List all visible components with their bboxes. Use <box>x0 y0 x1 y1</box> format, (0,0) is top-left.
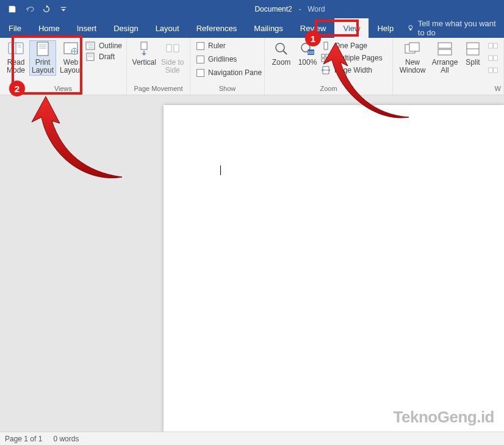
status-bar: Page 1 of 1 0 words <box>0 432 504 445</box>
zoom-100-button[interactable]: 100 100% <box>295 40 320 68</box>
text-cursor <box>220 165 221 175</box>
zoom-100-icon: 100 <box>299 42 316 56</box>
vertical-label: Vertical <box>132 59 156 67</box>
svg-rect-47 <box>494 56 497 60</box>
split-button[interactable]: Split <box>461 40 484 68</box>
split-icon <box>464 42 481 56</box>
tab-layout[interactable]: Layout <box>147 18 188 38</box>
zoom-button[interactable]: Zoom <box>268 40 294 68</box>
split-label: Split <box>466 59 480 67</box>
svg-rect-9 <box>37 42 48 56</box>
tab-design[interactable]: Design <box>105 18 146 38</box>
document-page[interactable] <box>164 105 504 432</box>
arrange-all-button[interactable]: Arrange All <box>430 40 460 76</box>
read-mode-icon <box>7 42 24 56</box>
navigation-pane-checkbox[interactable]: Navigation Pane <box>196 68 262 77</box>
print-layout-label: Print Layout <box>31 59 55 74</box>
print-layout-icon <box>34 42 51 56</box>
arrange-all-label: Arrange All <box>431 59 459 74</box>
zoom-100-label: 100% <box>298 59 317 67</box>
repeat-icon[interactable] <box>41 4 51 14</box>
svg-rect-39 <box>409 43 419 51</box>
one-page-label: One Page <box>334 42 367 50</box>
status-page[interactable]: Page 1 of 1 <box>5 435 42 443</box>
svg-rect-48 <box>489 68 492 73</box>
tell-me-box[interactable]: Tell me what you want to do <box>402 18 504 38</box>
status-words[interactable]: 0 words <box>53 435 79 443</box>
new-window-label: New Window <box>398 59 427 74</box>
side-to-side-button[interactable]: Side to Side <box>159 40 187 76</box>
svg-point-1 <box>409 26 412 29</box>
group-show-label: Show <box>190 85 264 95</box>
outline-icon <box>85 42 95 50</box>
svg-rect-45 <box>494 43 497 48</box>
new-window-icon <box>404 42 421 56</box>
ribbon-tabs: File Home Insert Design Layout Reference… <box>0 18 504 38</box>
tab-review[interactable]: Review <box>292 18 335 38</box>
svg-rect-35 <box>322 59 325 62</box>
document-area <box>0 95 504 432</box>
vertical-icon <box>135 42 153 56</box>
group-page-movement: Vertical Side to Side Page Movement <box>127 38 190 95</box>
lightbulb-icon <box>407 24 414 32</box>
checkbox-icon <box>196 69 204 77</box>
watermark: TeknoGeng.id <box>394 408 494 427</box>
page-width-button[interactable]: Page Width <box>321 66 383 74</box>
tab-references[interactable]: References <box>188 18 245 38</box>
page-width-icon <box>321 66 331 74</box>
view-side-by-side-icon[interactable] <box>488 42 498 50</box>
print-layout-button[interactable]: Print Layout <box>29 40 56 76</box>
qat-customize-icon[interactable] <box>59 4 68 14</box>
gridlines-label: Gridlines <box>208 55 237 63</box>
gridlines-checkbox[interactable]: Gridlines <box>196 55 262 63</box>
svg-rect-34 <box>326 54 329 57</box>
svg-rect-33 <box>322 54 325 57</box>
ruler-checkbox[interactable]: Ruler <box>196 42 262 50</box>
read-mode-button[interactable]: Read Mode <box>4 40 28 76</box>
group-zoom: Zoom 100 100% One Page Multiple Pages Pa… <box>265 38 393 95</box>
group-views: Read Mode Print Layout Web Layout Outlin… <box>0 38 127 95</box>
tab-help[interactable]: Help <box>369 18 402 38</box>
tab-mailings[interactable]: Mailings <box>245 18 292 38</box>
draft-button[interactable]: Draft <box>85 52 122 61</box>
new-window-button[interactable]: New Window <box>397 40 428 76</box>
outline-button[interactable]: Outline <box>85 42 122 50</box>
undo-icon[interactable] <box>24 4 34 14</box>
multiple-pages-label: Multiple Pages <box>334 54 383 62</box>
reset-window-icon[interactable] <box>488 66 498 74</box>
outline-label: Outline <box>99 42 122 50</box>
vertical-button[interactable]: Vertical <box>131 40 158 68</box>
tab-insert[interactable]: Insert <box>68 18 106 38</box>
draft-label: Draft <box>99 52 115 61</box>
svg-rect-46 <box>489 56 492 60</box>
tab-view[interactable]: View <box>334 18 369 38</box>
tell-me-label: Tell me what you want to do <box>418 19 499 37</box>
read-mode-label: Read Mode <box>5 59 27 74</box>
web-layout-button[interactable]: Web Layout <box>57 40 84 76</box>
checkbox-icon <box>196 56 204 63</box>
svg-rect-2 <box>410 29 412 30</box>
group-window-label: W <box>393 85 503 95</box>
group-window: New Window Arrange All Split W <box>393 38 504 95</box>
one-page-icon <box>321 42 331 50</box>
title-separator: - <box>297 5 303 13</box>
side-to-side-label: Side to Side <box>160 59 185 74</box>
svg-rect-41 <box>438 49 452 55</box>
web-layout-label: Web Layout <box>59 59 83 74</box>
ruler-label: Ruler <box>208 42 226 50</box>
side-to-side-icon <box>164 42 181 56</box>
multiple-pages-button[interactable]: Multiple Pages <box>321 54 383 62</box>
group-pagemove-label: Page Movement <box>127 85 190 95</box>
group-show: Ruler Gridlines Navigation Pane Show <box>190 38 265 95</box>
tab-file[interactable]: File <box>0 18 30 38</box>
svg-rect-25 <box>167 45 171 52</box>
sync-scroll-icon[interactable] <box>488 54 498 62</box>
draft-icon <box>85 52 95 61</box>
one-page-button[interactable]: One Page <box>321 42 383 50</box>
group-zoom-label: Zoom <box>265 85 392 95</box>
tab-home[interactable]: Home <box>30 18 68 38</box>
document-name: Document2 <box>254 5 292 13</box>
ribbon: Read Mode Print Layout Web Layout Outlin… <box>0 38 504 95</box>
save-icon[interactable] <box>7 4 17 14</box>
multiple-pages-icon <box>321 54 331 62</box>
